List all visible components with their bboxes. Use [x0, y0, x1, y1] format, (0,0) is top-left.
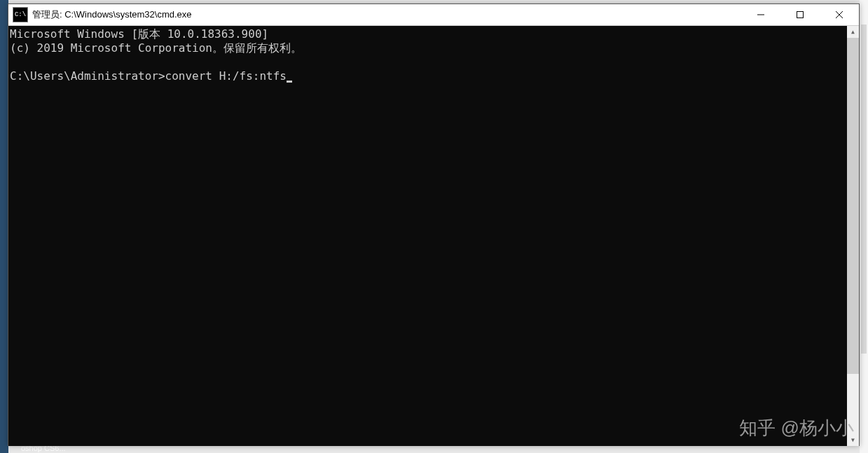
minimize-icon	[757, 11, 764, 18]
minimize-button[interactable]	[741, 4, 780, 26]
outer-scroll-thumb	[861, 25, 867, 354]
console-body[interactable]: Microsoft Windows [版本 10.0.18363.900] (c…	[8, 26, 859, 446]
console-scrollbar[interactable]: ▲ ▼	[847, 26, 859, 446]
cmd-window: C:\ 管理员: C:\Windows\system32\cmd.exe Mic…	[8, 4, 860, 446]
close-button[interactable]	[820, 4, 859, 26]
watermark-text: 知乎 @杨小小	[739, 416, 854, 440]
svg-rect-1	[797, 12, 804, 18]
cmd-icon-label: C:\	[15, 11, 26, 18]
scrollbar-up-button[interactable]: ▲	[847, 26, 859, 38]
window-controls	[741, 4, 859, 26]
console-command: convert H:/fs:ntfs	[165, 69, 287, 83]
console-content[interactable]: Microsoft Windows [版本 10.0.18363.900] (c…	[8, 26, 847, 446]
scrollbar-thumb[interactable]	[847, 38, 859, 374]
cmd-icon: C:\	[13, 7, 28, 22]
outer-scroll-strip	[860, 0, 868, 453]
maximize-icon	[797, 11, 804, 18]
titlebar[interactable]: C:\ 管理员: C:\Windows\system32\cmd.exe	[8, 4, 859, 26]
console-line-1: Microsoft Windows [版本 10.0.18363.900]	[10, 27, 268, 41]
close-icon	[836, 11, 843, 18]
window-title: 管理员: C:\Windows\system32\cmd.exe	[32, 8, 741, 21]
text-cursor	[287, 81, 292, 83]
maximize-button[interactable]	[780, 4, 820, 26]
console-line-2: (c) 2019 Microsoft Corporation。保留所有权利。	[10, 41, 302, 55]
console-prompt: C:\Users\Administrator>	[10, 69, 165, 83]
